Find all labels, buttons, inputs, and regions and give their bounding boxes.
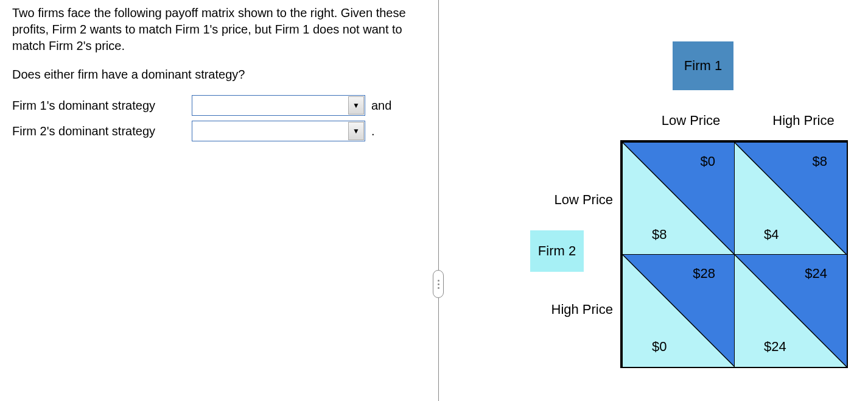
question-para-1: Two firms face the following payoff matr…	[12, 5, 420, 54]
payoff-matrix: $0 $8 $8 $4 $28 $0	[620, 140, 848, 368]
cell-low-high: $8 $4	[734, 142, 846, 254]
row1-suffix: and	[371, 99, 391, 113]
question-pane: Two firms face the following payoff matr…	[12, 5, 420, 146]
firm1-payoff: $28	[693, 266, 715, 282]
col-header-low-price: Low Price	[636, 113, 746, 129]
firm2-strategy-label: Firm 2's dominant strategy	[12, 124, 192, 138]
chevron-down-icon: ▼	[348, 122, 364, 140]
firm1-payoff: $0	[701, 154, 715, 169]
firm2-header-box: Firm 2	[530, 230, 584, 272]
cell-split-icon	[623, 255, 735, 367]
row-header-high-price: High Price	[534, 302, 613, 318]
firm1-payoff: $24	[805, 266, 827, 282]
firm1-label: Firm 1	[684, 58, 722, 74]
pane-resize-handle[interactable]	[433, 270, 444, 298]
firm2-label: Firm 2	[538, 243, 576, 259]
firm2-payoff: $8	[652, 227, 667, 243]
row2-suffix: .	[371, 124, 375, 138]
pane-divider	[438, 0, 439, 401]
payoff-matrix-pane: Firm 1 Low Price High Price Firm 2 Low P…	[463, 0, 864, 401]
cell-split-icon	[735, 143, 847, 255]
firm1-payoff: $8	[813, 154, 827, 169]
answer-row-firm1: Firm 1's dominant strategy ▼ and	[12, 95, 420, 116]
cell-split-icon	[623, 143, 735, 255]
firm2-strategy-select[interactable]: ▼	[192, 121, 365, 141]
cell-high-low: $28 $0	[622, 254, 734, 366]
cell-split-icon	[735, 255, 847, 367]
col-header-high-price: High Price	[749, 113, 858, 129]
firm1-strategy-label: Firm 1's dominant strategy	[12, 99, 192, 113]
cell-low-low: $0 $8	[622, 142, 734, 254]
answer-row-firm2: Firm 2's dominant strategy ▼ .	[12, 121, 420, 141]
firm1-header-box: Firm 1	[673, 41, 733, 90]
firm2-payoff: $0	[652, 339, 667, 355]
firm2-payoff: $4	[764, 227, 779, 243]
question-para-2: Does either firm have a dominant strateg…	[12, 66, 420, 83]
row-header-low-price: Low Price	[534, 192, 613, 208]
firm1-strategy-select[interactable]: ▼	[192, 95, 365, 116]
firm2-payoff: $24	[764, 339, 786, 355]
cell-high-high: $24 $24	[734, 254, 846, 366]
chevron-down-icon: ▼	[348, 96, 364, 115]
